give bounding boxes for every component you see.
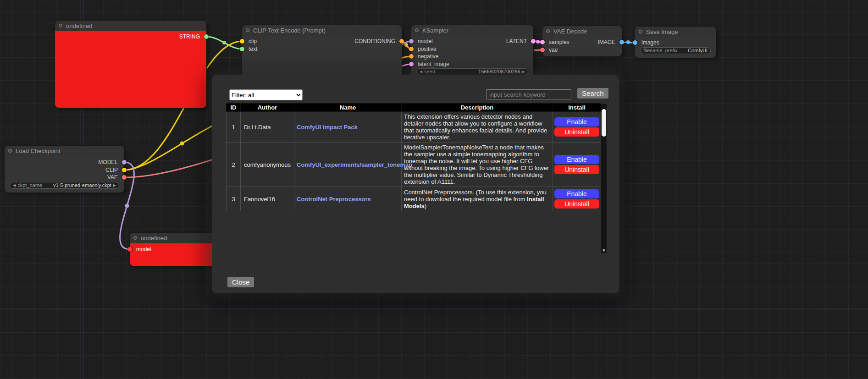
extension-description: ModelSamplerTonemapNoiseTest a node that… (402, 143, 553, 187)
canvas-grid-axis-horizontal (0, 308, 868, 308)
node-vae-decode[interactable]: VAE Decode samples vae IMAGE (542, 26, 622, 56)
col-header-install: Install (553, 104, 601, 112)
node-header[interactable]: Load Checkpoint (5, 146, 124, 156)
arrow-left-icon[interactable]: ◀ (13, 182, 16, 188)
scrollbar-thumb[interactable] (602, 109, 606, 137)
close-button[interactable]: Close (227, 277, 254, 287)
node-body: clip text CONDITIONING (242, 36, 402, 77)
node-collapse-dot[interactable] (639, 30, 642, 33)
uninstall-button[interactable]: Uninstall (554, 165, 599, 174)
positive-input-dot[interactable] (409, 47, 414, 51)
latent-image-input-dot[interactable] (409, 62, 414, 66)
enable-button[interactable]: Enable (554, 155, 599, 164)
extension-row: 3 Fannovel16 ControlNet Preprocessors Co… (227, 187, 601, 211)
enable-button[interactable]: Enable (554, 117, 599, 126)
node-collapse-dot[interactable] (246, 28, 249, 32)
extension-author: Fannovel16 (241, 187, 294, 211)
node-save-image[interactable]: Save Image images filename_prefix ComfyU… (635, 27, 716, 58)
uninstall-button[interactable]: Uninstall (554, 199, 599, 209)
node-collapse-dot[interactable] (8, 149, 12, 153)
search-button[interactable]: Search (577, 88, 608, 99)
output-slot-image[interactable]: IMAGE (542, 39, 622, 45)
node-collapse-dot[interactable] (133, 236, 137, 240)
node-graph-canvas[interactable]: undefined STRING CLIP Text Encode (Promp… (0, 0, 868, 379)
node-title: VAE Decode (553, 26, 587, 37)
node-title: CLIP Text Encode (Prompt) (253, 25, 326, 36)
custom-nodes-manager-dialog: Filter: all Search ID Author Name Descri… (212, 75, 619, 293)
input-slot-negative[interactable]: negative (411, 53, 533, 60)
output-slot-clip[interactable]: CLIP (5, 167, 124, 173)
col-header-description: Description (402, 104, 553, 112)
vae-output-dot[interactable] (122, 175, 127, 180)
clip-output-dot[interactable] (122, 168, 127, 172)
output-slot-string[interactable]: STRING (55, 33, 206, 40)
output-slot-model[interactable]: MODEL (5, 159, 124, 165)
arrow-right-icon[interactable]: ▶ (113, 182, 116, 188)
extension-author: comfyanonymous (241, 143, 294, 187)
extension-id: 2 (227, 143, 241, 187)
output-slot-conditioning[interactable]: CONDITIONING (242, 38, 402, 44)
input-slot-vae[interactable]: vae (542, 47, 622, 53)
node-load-checkpoint[interactable]: Load Checkpoint MODEL CLIP VAE ◀ ckpt_na… (5, 146, 124, 192)
node-clip-text-encode[interactable]: CLIP Text Encode (Prompt) clip text COND… (242, 25, 402, 77)
output-slot-latent[interactable]: LATENT (411, 38, 533, 44)
node-header[interactable]: Save Image (635, 27, 716, 37)
vae-input-dot[interactable] (540, 48, 545, 52)
node-ksampler[interactable]: KSampler model positive negative latent_… (411, 25, 533, 77)
input-slot-text[interactable]: text (242, 46, 402, 52)
col-header-name: Name (294, 104, 402, 112)
extension-row: 2 comfyanonymous ComfyUI_experiments/sam… (227, 143, 601, 187)
extension-description: ControlNet Preprocessors. (To use this e… (402, 187, 553, 211)
node-body: images filename_prefix ComfyUI (635, 37, 716, 58)
node-title: undefined (141, 233, 167, 243)
node-title: Save Image (646, 27, 678, 37)
node-title: Load Checkpoint (16, 146, 61, 156)
node-collapse-dot[interactable] (546, 29, 550, 33)
node-header[interactable]: CLIP Text Encode (Prompt) (242, 25, 402, 36)
ckpt-name-widget[interactable]: ◀ ckpt_name v1-5-pruned-emaonly.ckpt ▶ (10, 182, 119, 189)
node-title: undefined (66, 21, 92, 31)
extension-id: 1 (227, 112, 241, 143)
extension-link[interactable]: ControlNet Preprocessors (297, 196, 371, 203)
model-output-dot[interactable] (122, 160, 127, 165)
extension-link[interactable]: ComfyUI_experiments/sampler_tonemap (297, 161, 412, 168)
images-input-dot[interactable] (633, 40, 637, 45)
uninstall-button[interactable]: Uninstall (554, 127, 599, 137)
text-input-dot[interactable] (240, 47, 244, 51)
extension-row: 1 Dr.Lt.Data ComfyUI Impact Pack This ex… (227, 112, 601, 143)
node-header[interactable]: undefined (55, 21, 206, 31)
negative-input-dot[interactable] (409, 54, 414, 59)
filename-prefix-widget[interactable]: filename_prefix ComfyUI (640, 47, 711, 54)
output-slot-vae[interactable]: VAE (5, 174, 124, 181)
conditioning-output-dot[interactable] (399, 39, 404, 44)
enable-button[interactable]: Enable (554, 189, 599, 198)
seed-widget[interactable]: ◀ seed 156680208700286 ▶ (416, 68, 528, 75)
image-output-dot[interactable] (619, 40, 624, 44)
node-title: KSampler (422, 25, 448, 36)
node-body: MODEL CLIP VAE ◀ ckpt_name v1-5-pruned-e… (5, 156, 124, 192)
node-collapse-dot[interactable] (59, 24, 62, 27)
node-collapse-dot[interactable] (415, 28, 419, 32)
node-header[interactable]: VAE Decode (542, 26, 622, 37)
col-header-id: ID (227, 104, 241, 112)
node-undefined-top[interactable]: undefined STRING (55, 21, 206, 108)
extension-link[interactable]: ComfyUI Impact Pack (297, 124, 358, 131)
string-output-dot[interactable] (204, 34, 209, 39)
input-slot-images[interactable]: images (635, 39, 716, 46)
model-input-dot[interactable] (127, 247, 132, 252)
col-header-author: Author (241, 104, 294, 112)
input-slot-positive[interactable]: positive (411, 46, 533, 52)
node-header[interactable]: KSampler (411, 25, 533, 36)
latent-output-dot[interactable] (531, 39, 536, 44)
extensions-table: ID Author Name Description Install 1 Dr.… (226, 103, 601, 211)
search-input[interactable] (486, 89, 571, 99)
table-header-row: ID Author Name Description Install (227, 104, 601, 112)
arrow-left-icon[interactable]: ◀ (420, 69, 422, 75)
scroll-down-icon[interactable]: ▼ (601, 248, 607, 253)
filter-select[interactable]: Filter: all (229, 89, 303, 100)
arrow-right-icon[interactable]: ▶ (522, 69, 525, 75)
input-slot-latent-image[interactable]: latent_image (411, 61, 533, 67)
extension-author: Dr.Lt.Data (241, 112, 294, 143)
table-scrollbar[interactable]: ▼ (601, 103, 607, 254)
node-body: model positive negative latent_image LAT… (411, 36, 533, 77)
